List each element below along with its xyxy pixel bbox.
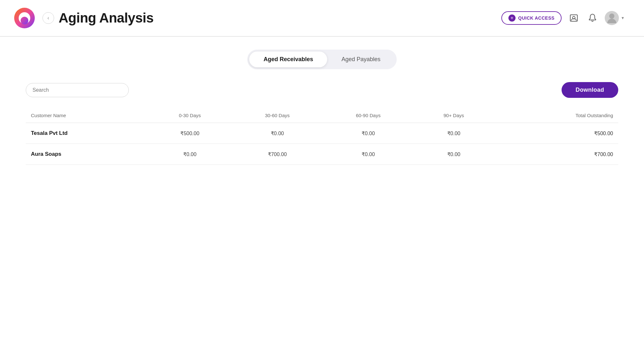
- main-content: Aged Receivables Aged Payables Download …: [0, 37, 644, 178]
- col-total-outstanding: Total Outstanding: [494, 108, 618, 123]
- svg-point-3: [21, 17, 28, 24]
- tab-aged-receivables[interactable]: Aged Receivables: [249, 51, 327, 67]
- tab-aged-payables[interactable]: Aged Payables: [327, 51, 394, 67]
- download-button[interactable]: Download: [562, 82, 618, 98]
- bell-icon: [588, 14, 597, 23]
- tab-container: Aged Receivables Aged Payables: [26, 50, 618, 69]
- avatar-button[interactable]: ▼: [605, 11, 625, 25]
- logo: [13, 6, 36, 30]
- table-row: Tesala Pvt Ltd ₹500.00 ₹0.00 ₹0.00 ₹0.00…: [26, 123, 618, 144]
- cell-60-90: ₹0.00: [323, 123, 413, 144]
- table-header: Customer Name 0-30 Days 30-60 Days 60-90…: [26, 108, 618, 123]
- quick-access-label: QUICK ACCESS: [518, 15, 554, 21]
- plus-icon: +: [508, 14, 516, 22]
- avatar-chevron-icon: ▼: [621, 16, 625, 20]
- col-90plus-days: 90+ Days: [414, 108, 494, 123]
- cell-customer: Aura Soaps: [26, 144, 148, 165]
- controls-row: Download: [26, 82, 618, 98]
- contacts-icon: [569, 14, 578, 23]
- cell-90plus: ₹0.00: [414, 144, 494, 165]
- cell-0-30: ₹500.00: [148, 123, 232, 144]
- data-table: Customer Name 0-30 Days 30-60 Days 60-90…: [26, 108, 618, 165]
- col-30-60-days: 30-60 Days: [232, 108, 323, 123]
- page-title-area: ‹ Aging Analysis: [43, 10, 495, 26]
- quick-access-button[interactable]: + QUICK ACCESS: [501, 11, 562, 25]
- table-body: Tesala Pvt Ltd ₹500.00 ₹0.00 ₹0.00 ₹0.00…: [26, 123, 618, 165]
- col-customer-name: Customer Name: [26, 108, 148, 123]
- page-title: Aging Analysis: [59, 10, 154, 26]
- cell-60-90: ₹0.00: [323, 144, 413, 165]
- col-0-30-days: 0-30 Days: [148, 108, 232, 123]
- cell-total: ₹700.00: [494, 144, 618, 165]
- contacts-button[interactable]: [567, 12, 580, 24]
- cell-30-60: ₹0.00: [232, 123, 323, 144]
- cell-0-30: ₹0.00: [148, 144, 232, 165]
- tab-group: Aged Receivables Aged Payables: [247, 50, 396, 69]
- cell-30-60: ₹700.00: [232, 144, 323, 165]
- svg-point-6: [609, 14, 614, 19]
- header-actions: + QUICK ACCESS: [501, 11, 625, 25]
- avatar: [605, 11, 619, 25]
- cell-90plus: ₹0.00: [414, 123, 494, 144]
- back-button[interactable]: ‹: [43, 12, 54, 24]
- back-icon: ‹: [47, 15, 49, 21]
- notifications-button[interactable]: [586, 12, 599, 24]
- cell-customer: Tesala Pvt Ltd: [26, 123, 148, 144]
- col-60-90-days: 60-90 Days: [323, 108, 413, 123]
- header: ‹ Aging Analysis + QUICK ACCESS: [0, 0, 644, 36]
- cell-total: ₹500.00: [494, 123, 618, 144]
- table-row: Aura Soaps ₹0.00 ₹700.00 ₹0.00 ₹0.00 ₹70…: [26, 144, 618, 165]
- search-input[interactable]: [26, 83, 129, 97]
